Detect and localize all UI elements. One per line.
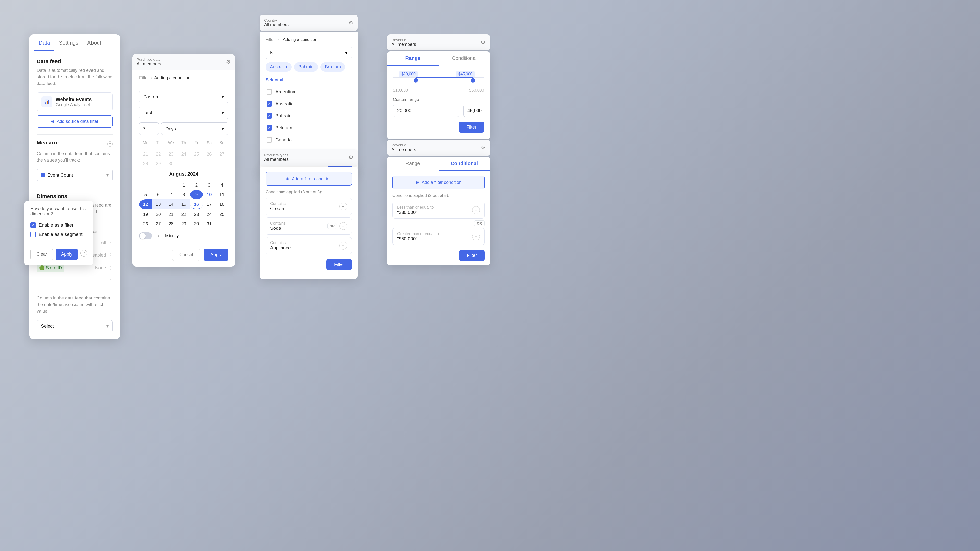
cal-cell[interactable]: 4 (216, 180, 228, 190)
checkbox-canada[interactable] (267, 137, 272, 143)
filter-button[interactable]: Filter (326, 259, 352, 270)
checkbox-belgium[interactable] (267, 125, 272, 130)
type-select[interactable]: Custom ▾ (139, 91, 228, 103)
cal-cell[interactable]: 18 (216, 199, 228, 210)
cal-cell[interactable]: 5 (139, 190, 152, 199)
cal-cell[interactable]: 1 (177, 180, 190, 190)
list-item[interactable]: Argentina (266, 86, 352, 98)
add-condition-button[interactable]: ⊕ Add a filter condition (266, 172, 352, 186)
cal-cell[interactable]: 7 (165, 190, 177, 199)
apply-button[interactable]: Apply (56, 249, 78, 260)
cancel-button[interactable]: Cancel (172, 249, 200, 261)
select-all-link[interactable]: Select all (266, 75, 352, 86)
cal-cell[interactable]: 17 (203, 199, 216, 210)
dim-menu-extra[interactable]: ⋮ (106, 274, 113, 285)
cal-cell[interactable]: 31 (203, 219, 216, 229)
help-icon[interactable]: ? (80, 250, 87, 257)
filter-settings-icon[interactable]: ⚙ (226, 59, 231, 65)
cal-cell-range[interactable]: 14 (165, 199, 177, 210)
cal-cell[interactable]: 27 (152, 219, 165, 229)
filter-button-cond[interactable]: Filter (459, 250, 485, 261)
cal-cell-range[interactable]: 15 (177, 199, 190, 210)
checkbox-bahrain[interactable] (267, 113, 272, 119)
cal-cell[interactable]: 26 (203, 149, 216, 159)
cal-cell[interactable]: 30 (190, 219, 203, 229)
dim-menu-storeid[interactable]: ⋮ (106, 262, 113, 274)
dim-menu-country[interactable]: ⋮ (106, 249, 113, 262)
tab-data[interactable]: Data (34, 34, 54, 51)
period-select[interactable]: Last ▾ (139, 106, 228, 119)
cal-cell[interactable]: 22 (177, 210, 190, 219)
remove-condition-button[interactable]: − (339, 222, 347, 230)
cal-cell[interactable]: 28 (139, 159, 152, 168)
remove-condition-button[interactable]: − (472, 233, 480, 240)
cal-cell[interactable]: 21 (165, 210, 177, 219)
cal-cell[interactable]: 25 (216, 210, 228, 219)
apply-button[interactable]: Apply (204, 249, 228, 261)
products-filter-icon[interactable]: ⚙ (348, 154, 353, 160)
tooltip-option-segment[interactable]: Enable as a segment (30, 230, 87, 239)
cal-cell-today[interactable]: 16 (190, 199, 203, 210)
cal-cell[interactable]: 23 (190, 210, 203, 219)
cal-cell-selected[interactable]: 9 (190, 190, 203, 199)
remove-condition-button[interactable]: − (472, 206, 480, 214)
cal-cell[interactable]: 25 (190, 149, 203, 159)
days-select[interactable]: Days ▾ (161, 122, 228, 135)
measure-select[interactable]: Event Count ▾ (37, 169, 113, 181)
cal-cell[interactable]: 22 (152, 149, 165, 159)
num-input[interactable] (139, 122, 159, 135)
clear-button[interactable]: Clear (30, 249, 53, 260)
cal-cell[interactable]: 24 (203, 210, 216, 219)
cal-cell-range[interactable]: 13 (152, 199, 165, 210)
tab-settings[interactable]: Settings (54, 34, 83, 51)
cal-cell[interactable]: 28 (165, 219, 177, 229)
range-high-input[interactable] (463, 105, 490, 117)
cal-cell[interactable]: 29 (152, 159, 165, 168)
cal-cell[interactable]: 2 (190, 180, 203, 190)
cal-cell[interactable]: 27 (216, 149, 228, 159)
list-item[interactable]: Bahrain (266, 110, 352, 122)
remove-condition-button[interactable]: − (339, 203, 347, 210)
range-low-input[interactable] (393, 105, 460, 117)
checkbox-filter[interactable] (30, 222, 36, 228)
cal-cell[interactable]: 3 (203, 180, 216, 190)
checkbox-argentina[interactable] (267, 89, 272, 95)
slider-high-thumb[interactable] (471, 78, 475, 83)
is-select[interactable]: Is ▾ (266, 46, 352, 59)
checkbox-australia[interactable] (267, 101, 272, 106)
revenue-filter-icon[interactable]: ⚙ (481, 39, 485, 46)
tooltip-option-filter[interactable]: Enable as a filter (30, 221, 87, 230)
tab-conditional-cond[interactable]: Conditional (439, 157, 490, 171)
checkbox-segment[interactable] (30, 232, 36, 237)
cal-cell[interactable]: 21 (139, 149, 152, 159)
cal-cell[interactable]: 30 (165, 159, 177, 168)
slider-low-thumb[interactable] (414, 78, 418, 83)
cal-cell[interactable]: 26 (139, 219, 152, 229)
list-item[interactable]: Australia (266, 98, 352, 110)
revenue-cond-filter-icon[interactable]: ⚙ (481, 144, 485, 151)
country-filter-icon[interactable]: ⚙ (348, 20, 353, 26)
cal-cell[interactable]: 6 (152, 190, 165, 199)
cal-cell[interactable]: 10 (203, 190, 216, 199)
include-today-toggle[interactable] (139, 232, 152, 239)
list-item[interactable]: Canada (266, 134, 352, 146)
add-condition-button-rev[interactable]: ⊕ Add a filter condition (393, 176, 485, 189)
cal-cell[interactable]: 23 (165, 149, 177, 159)
cal-cell[interactable]: 19 (139, 210, 152, 219)
filter-button[interactable]: Filter (459, 122, 484, 133)
add-source-filter-button[interactable]: ⊕ Add source data filter (37, 115, 113, 128)
list-item[interactable]: Belgium (266, 122, 352, 134)
dim-menu-city[interactable]: ⋮ (106, 236, 113, 249)
cal-cell-range-start[interactable]: 12 (139, 199, 152, 210)
tab-range-cond[interactable]: Range (387, 157, 439, 171)
measure-info-icon[interactable]: ? (107, 141, 113, 147)
tab-range[interactable]: Range (387, 51, 439, 66)
cal-cell[interactable]: 24 (177, 149, 190, 159)
cal-cell[interactable]: 11 (216, 190, 228, 199)
cal-cell[interactable]: 20 (152, 210, 165, 219)
date-col-select[interactable]: Select ▾ (37, 320, 113, 332)
tab-about[interactable]: About (83, 34, 106, 51)
cal-cell[interactable]: 29 (177, 219, 190, 229)
remove-condition-button[interactable]: − (339, 242, 347, 249)
tab-conditional[interactable]: Conditional (439, 51, 490, 66)
